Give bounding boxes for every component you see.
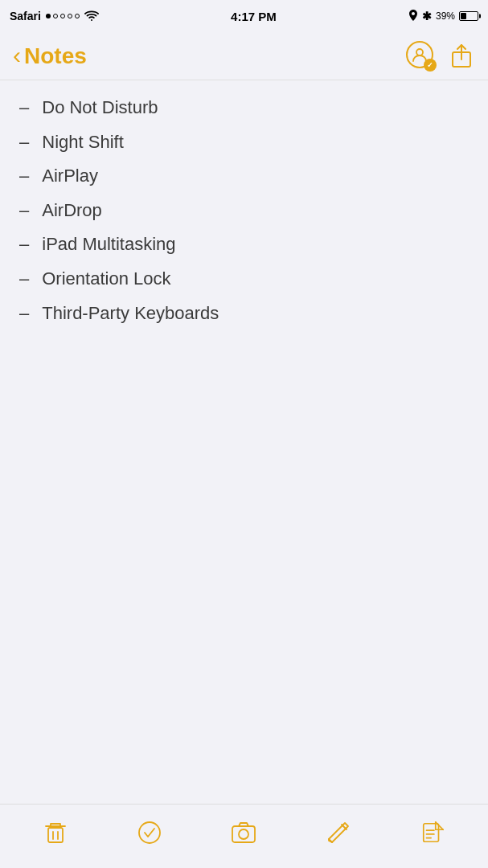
list-item: – AirDrop xyxy=(19,199,469,223)
item-text: Orientation Lock xyxy=(42,268,170,291)
svg-point-7 xyxy=(139,822,160,843)
compose-icon xyxy=(420,821,445,845)
share-button[interactable] xyxy=(448,43,475,70)
item-text: Third-Party Keyboards xyxy=(42,302,219,326)
list-dash: – xyxy=(19,268,29,291)
compose-button[interactable] xyxy=(412,813,453,853)
pencil-button[interactable] xyxy=(318,813,359,853)
item-text: AirPlay xyxy=(42,165,98,188)
item-text: Do Not Disturb xyxy=(42,96,158,120)
status-right: ✱ 39% xyxy=(408,10,478,23)
camera-button[interactable] xyxy=(223,813,264,853)
list-dash: – xyxy=(19,131,29,154)
carrier-label: Safari xyxy=(10,10,41,23)
battery-percent: 39% xyxy=(436,10,455,22)
signal-dot-3 xyxy=(60,14,65,18)
checkmark-circle-icon xyxy=(137,820,162,845)
nav-bar: ‹ Notes ✓ xyxy=(0,32,488,80)
note-content: – Do Not Disturb – Night Shift – AirPlay… xyxy=(0,80,488,352)
list-item: – Night Shift xyxy=(19,131,469,154)
svg-line-10 xyxy=(342,825,347,829)
chevron-left-icon: ‹ xyxy=(13,43,21,68)
bluetooth-icon: ✱ xyxy=(422,10,432,23)
svg-point-9 xyxy=(239,829,248,839)
camera-icon xyxy=(231,820,256,845)
list-dash: – xyxy=(19,199,29,223)
item-text: iPad Multitasking xyxy=(42,233,175,256)
svg-rect-8 xyxy=(232,826,255,842)
svg-line-13 xyxy=(436,821,443,829)
battery-icon xyxy=(459,11,478,21)
battery-fill xyxy=(461,13,466,19)
checkmark-badge: ✓ xyxy=(424,59,437,72)
bottom-toolbar xyxy=(0,804,488,868)
signal-dot-2 xyxy=(53,14,58,18)
status-bar: Safari 4:17 PM ✱ 39% xyxy=(0,0,488,32)
list-dash: – xyxy=(19,165,29,188)
list-item: – Do Not Disturb xyxy=(19,96,469,120)
list-dash: – xyxy=(19,96,29,120)
signal-dot-5 xyxy=(75,14,80,18)
list-dash: – xyxy=(19,302,29,326)
trash-icon xyxy=(43,820,68,845)
svg-rect-4 xyxy=(48,828,63,842)
status-time: 4:17 PM xyxy=(231,10,277,23)
list-item: – iPad Multitasking xyxy=(19,233,469,256)
checkmark-button[interactable] xyxy=(129,813,170,853)
back-label: Notes xyxy=(24,43,87,69)
signal-dot-1 xyxy=(46,14,51,18)
list-item: – AirPlay xyxy=(19,165,469,188)
item-text: Night Shift xyxy=(42,131,124,154)
location-icon xyxy=(408,10,418,23)
back-button[interactable]: ‹ Notes xyxy=(13,43,87,69)
nav-right-actions: ✓ xyxy=(406,41,475,72)
item-text: AirDrop xyxy=(42,199,102,223)
svg-point-1 xyxy=(416,49,423,55)
list-dash: – xyxy=(19,233,29,256)
signal-dots xyxy=(46,14,80,18)
delete-button[interactable] xyxy=(35,813,76,853)
svg-rect-12 xyxy=(424,823,439,841)
wifi-icon xyxy=(84,10,99,23)
signal-dot-4 xyxy=(68,14,72,18)
note-list: – Do Not Disturb – Night Shift – AirPlay… xyxy=(19,96,469,325)
list-item: – Third-Party Keyboards xyxy=(19,302,469,326)
svg-point-0 xyxy=(91,19,92,21)
status-left: Safari xyxy=(10,10,99,23)
list-item: – Orientation Lock xyxy=(19,268,469,291)
pencil-icon xyxy=(326,820,351,845)
avatar-checkmark-button[interactable]: ✓ xyxy=(406,41,437,72)
